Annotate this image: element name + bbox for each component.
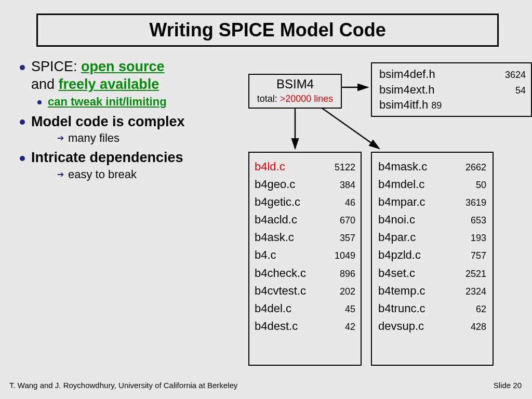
bullet-text-green: can tweak init/limiting	[48, 95, 167, 108]
file-row: b4temp.c2324	[378, 282, 486, 300]
file-linecount: 896	[336, 267, 355, 282]
bullet-can-tweak: can tweak init/limiting	[20, 94, 243, 109]
file-name: b4ld.c	[255, 158, 285, 176]
file-linecount: 62	[472, 302, 486, 317]
file-linecount: 89	[428, 99, 442, 112]
c-files-box-left: b4ld.c5122 b4geo.c384 b4getic.c46 b4acld…	[248, 152, 362, 366]
bullet-easy-break: ➔easy to break	[20, 167, 243, 182]
bsim4-title: BSIM4	[252, 76, 338, 92]
file-linecount: 5122	[330, 161, 355, 175]
footer-slide-number: Slide 20	[494, 381, 522, 390]
file-name: bsim4itf.h	[379, 97, 428, 113]
file-name: b4cvtest.c	[255, 282, 306, 300]
file-name: b4set.c	[378, 264, 415, 282]
file-row: b4geo.c384	[255, 176, 355, 193]
bullet-text: many files	[68, 131, 119, 144]
file-linecount: 428	[467, 320, 486, 335]
file-row: b4getic.c46	[255, 193, 355, 211]
file-row: bsim4itf.h 89	[379, 97, 526, 113]
file-linecount: 54	[512, 84, 526, 97]
file-linecount: 193	[467, 231, 486, 246]
file-linecount: 46	[341, 196, 355, 210]
file-name: b4trunc.c	[378, 300, 425, 317]
file-linecount: 2324	[461, 285, 486, 299]
file-linecount: 357	[336, 231, 355, 246]
bullet-text: Model code is complex	[31, 114, 185, 129]
file-row: bsim4ext.h 54	[379, 82, 526, 98]
file-row: b4del.c45	[255, 300, 355, 317]
bullet-intricate-deps: Intricate dependencies	[20, 149, 243, 166]
file-row: b4.c1049	[255, 246, 355, 264]
file-row: bsim4def.h 3624	[379, 66, 526, 82]
file-row: b4pzld.c757	[378, 246, 486, 264]
file-row: b4dest.c42	[255, 317, 355, 335]
file-linecount: 42	[341, 320, 355, 335]
file-name: b4getic.c	[255, 193, 300, 211]
file-linecount: 3619	[461, 196, 486, 210]
file-name: b4check.c	[255, 264, 306, 282]
file-name: b4dest.c	[255, 317, 298, 335]
file-name: b4mask.c	[378, 158, 427, 176]
bullet-dot-icon	[20, 156, 25, 161]
arrow-icon: ➔	[57, 169, 64, 180]
file-row: b4ld.c5122	[255, 158, 355, 176]
footer-slide-num: 20	[513, 381, 522, 390]
file-row: b4par.c193	[378, 229, 486, 246]
file-row: b4acld.c670	[255, 211, 355, 229]
header-files-box: bsim4def.h 3624 bsim4ext.h 54 bsim4itf.h…	[371, 62, 532, 117]
file-name: b4par.c	[378, 229, 416, 246]
footer-slide-label: Slide	[494, 381, 513, 390]
file-row: b4noi.c653	[378, 211, 486, 229]
bullet-freely-available: and freely available	[20, 76, 243, 92]
file-name: b4del.c	[255, 300, 291, 317]
bullet-text: and	[31, 76, 59, 92]
file-name: b4geo.c	[255, 176, 295, 193]
file-row: b4cvtest.c202	[255, 282, 355, 300]
file-name: b4.c	[255, 246, 276, 264]
bsim4-total: total: >20000 lines	[252, 92, 338, 105]
bullet-text: SPICE:	[31, 59, 81, 74]
file-name: b4noi.c	[378, 211, 415, 229]
bsim4-total-value: >20000 lines	[280, 94, 334, 104]
c-files-box-right: b4mask.c2662 b4mdel.c50 b4mpar.c3619 b4n…	[371, 152, 494, 366]
file-linecount: 3624	[502, 69, 526, 81]
file-linecount: 757	[467, 249, 486, 263]
footer-author: T. Wang and J. Roychowdhury, University …	[9, 381, 237, 390]
file-linecount: 2662	[461, 161, 486, 175]
file-row: b4check.c896	[255, 264, 355, 282]
file-row: b4trunc.c62	[378, 300, 486, 317]
file-name: bsim4def.h	[379, 66, 457, 82]
file-linecount: 653	[467, 214, 486, 228]
file-row: devsup.c428	[378, 317, 486, 335]
file-row: b4mdel.c50	[378, 176, 486, 193]
file-name: bsim4ext.h	[379, 82, 457, 98]
file-row: b4set.c2521	[378, 264, 486, 282]
file-linecount: 2521	[461, 267, 486, 282]
file-linecount: 202	[336, 285, 355, 299]
file-name: devsup.c	[378, 317, 424, 335]
bullet-text: easy to break	[68, 168, 137, 181]
file-name: b4pzld.c	[378, 246, 421, 264]
bullet-spice-open-source: SPICE: open source	[20, 58, 243, 75]
file-name: b4temp.c	[378, 282, 425, 300]
bullet-model-complex: Model code is complex	[20, 113, 243, 130]
bullet-dot-icon	[37, 100, 42, 104]
file-linecount: 670	[336, 214, 355, 228]
arrow-icon: ➔	[57, 133, 64, 143]
bullet-many-files: ➔many files	[20, 131, 243, 145]
file-linecount: 384	[336, 178, 355, 193]
file-name: b4mdel.c	[378, 176, 424, 193]
bsim4-total-label: total:	[257, 94, 280, 104]
file-linecount: 50	[472, 178, 486, 193]
file-row: b4mpar.c3619	[378, 193, 486, 211]
bullet-text: Intricate dependencies	[31, 150, 183, 165]
slide-title: Writing SPICE Model Code	[36, 14, 499, 47]
file-name: b4ask.c	[255, 229, 294, 246]
file-row: b4ask.c357	[255, 229, 355, 246]
arrow-diagonal-icon	[319, 106, 379, 149]
bsim4-box: BSIM4 total: >20000 lines	[248, 74, 342, 109]
file-name: b4acld.c	[255, 211, 297, 229]
bullet-dot-icon	[20, 65, 25, 70]
bullet-text-green: open source	[81, 59, 165, 74]
file-linecount: 45	[341, 302, 355, 317]
